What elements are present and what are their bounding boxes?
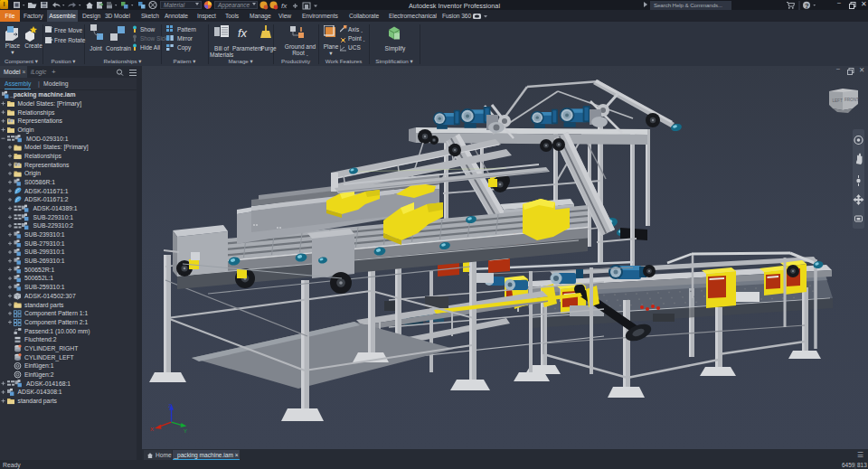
svg-text:Z: Z bbox=[168, 403, 172, 408]
svg-text:FRONT: FRONT bbox=[844, 98, 859, 102]
svg-text:SUB-239310:1: SUB-239310:1 bbox=[24, 231, 65, 238]
svg-text:S00586R:1: S00586R:1 bbox=[24, 179, 55, 185]
svg-text:ADSK-014168:1: ADSK-014168:1 bbox=[26, 380, 71, 387]
svg-text:standard parts: standard parts bbox=[24, 302, 64, 309]
svg-text:500652L:1: 500652L:1 bbox=[24, 275, 53, 281]
svg-text:ADSK-014389:1: ADSK-014389:1 bbox=[33, 205, 78, 211]
svg-text:500652R:1: 500652R:1 bbox=[24, 267, 54, 273]
svg-text:SUB-229310:1: SUB-229310:1 bbox=[33, 214, 74, 220]
svg-text:fx: fx bbox=[281, 2, 288, 10]
svg-text:LEFT: LEFT bbox=[833, 98, 843, 103]
svg-text:MOD-029310:1: MOD-029310:1 bbox=[26, 136, 69, 142]
svg-text:Einfügen:1: Einfügen:1 bbox=[24, 362, 54, 370]
svg-text:SUB-259310:1: SUB-259310:1 bbox=[24, 284, 65, 290]
svg-text:standard parts: standard parts bbox=[18, 398, 58, 405]
svg-text:Component Pattern 2:1: Component Pattern 2:1 bbox=[24, 319, 88, 326]
svg-text:X: X bbox=[150, 427, 154, 432]
svg-text:Y: Y bbox=[184, 428, 187, 434]
svg-text:fx: fx bbox=[238, 26, 248, 40]
svg-text:Model States: [Primary]: Model States: [Primary] bbox=[18, 100, 82, 108]
svg-text:Origin: Origin bbox=[24, 170, 41, 177]
svg-text:Origin: Origin bbox=[18, 127, 34, 134]
svg-text:Passend:1 (10.000 mm): Passend:1 (10.000 mm) bbox=[24, 328, 90, 335]
svg-text:CYLINDER_LEFT: CYLINDER_LEFT bbox=[24, 354, 74, 361]
svg-text:?: ? bbox=[805, 2, 809, 10]
svg-text:ADSK-011671:2: ADSK-011671:2 bbox=[24, 196, 69, 202]
svg-text:CYLINDER_RIGHT: CYLINDER_RIGHT bbox=[24, 345, 78, 352]
svg-text:Model States: [Primary]: Model States: [Primary] bbox=[24, 144, 89, 151]
svg-text:ADSK-014308:1: ADSK-014308:1 bbox=[18, 389, 62, 395]
svg-text:Relationships: Relationships bbox=[24, 153, 61, 160]
svg-text:Representations: Representations bbox=[24, 162, 70, 169]
svg-text:Relationships: Relationships bbox=[18, 109, 55, 117]
svg-text:SUB-269310:1: SUB-269310:1 bbox=[24, 258, 65, 264]
svg-text:Representations: Representations bbox=[18, 117, 63, 125]
svg-text:ADSK-014502:307: ADSK-014502:307 bbox=[24, 293, 76, 299]
svg-text:SUB-279310:1: SUB-279310:1 bbox=[24, 240, 65, 247]
svg-text:Fluchtend:2: Fluchtend:2 bbox=[24, 336, 57, 342]
svg-text:_packing machine.iam: _packing machine.iam bbox=[9, 91, 76, 98]
svg-text:SUB-299310:1: SUB-299310:1 bbox=[24, 249, 65, 255]
svg-text:Component Pattern 1:1: Component Pattern 1:1 bbox=[24, 310, 88, 317]
svg-text:SUB-229310:2: SUB-229310:2 bbox=[33, 222, 74, 229]
svg-text:ADSK-011671:1: ADSK-011671:1 bbox=[24, 188, 69, 194]
svg-text:Einfügen:2: Einfügen:2 bbox=[24, 371, 54, 379]
